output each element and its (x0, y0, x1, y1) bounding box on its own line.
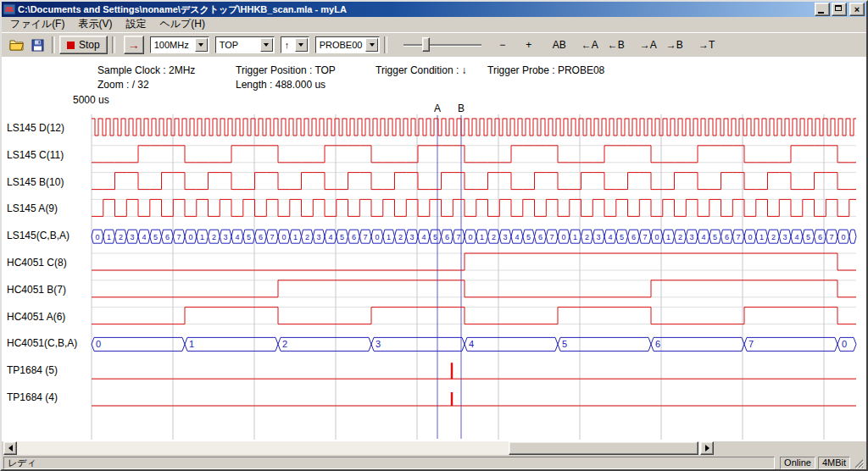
svg-text:7: 7 (364, 233, 368, 241)
goto-a-button[interactable]: ←A (579, 36, 601, 54)
run-button[interactable]: → (124, 36, 144, 54)
scroll-left-button[interactable] (3, 441, 17, 455)
maximize-icon (835, 5, 842, 11)
stop-button[interactable]: Stop (59, 36, 108, 54)
svg-text:4: 4 (701, 233, 705, 241)
ab-cursor-button[interactable]: AB (548, 36, 570, 54)
status-online-badge: Online (780, 457, 815, 469)
goto-b-button[interactable]: ←B (605, 36, 627, 54)
trigger-probe-info: Trigger Probe : PROBE08 (487, 64, 604, 76)
svg-text:2: 2 (771, 233, 776, 241)
svg-text:7: 7 (748, 339, 754, 349)
svg-text:0: 0 (842, 339, 847, 349)
trigger-edge-select[interactable]: ↑ (281, 36, 309, 53)
svg-text:3: 3 (224, 233, 228, 241)
svg-text:0: 0 (748, 233, 752, 241)
svg-text:1: 1 (387, 233, 391, 241)
svg-text:6: 6 (725, 233, 729, 241)
toolbar-separator (384, 36, 387, 53)
menu-file[interactable]: ファイル(F) (3, 16, 71, 33)
svg-text:1: 1 (480, 233, 484, 241)
length-info: Length : 488.000 us (236, 79, 326, 91)
svg-text:2: 2 (305, 233, 309, 241)
menu-view[interactable]: 表示(V) (71, 16, 119, 33)
svg-text:3: 3 (410, 233, 415, 241)
open-button[interactable] (7, 36, 27, 54)
window-title: C:\Documents and Settings\noname\デスクトップ\… (18, 3, 813, 16)
sample-clock-select[interactable]: 100MHz (150, 36, 209, 53)
trigger-edge-dropdown-button[interactable] (295, 38, 308, 52)
svg-text:7: 7 (550, 233, 554, 241)
zoom-slider[interactable] (402, 36, 483, 54)
svg-text:4: 4 (515, 233, 519, 241)
chevron-down-icon (198, 43, 203, 47)
svg-text:5: 5 (620, 233, 624, 241)
trigger-probe-dropdown-button[interactable] (365, 38, 378, 52)
scrollbar-thumb[interactable] (509, 441, 698, 455)
set-a-button[interactable]: →A (637, 36, 659, 54)
resize-grip[interactable] (853, 457, 864, 468)
trigger-position-dropdown-button[interactable] (260, 38, 273, 52)
trigger-condition-info: Trigger Condition : ↓ (376, 64, 467, 76)
trigger-position-select[interactable]: TOP (215, 36, 275, 53)
svg-text:5: 5 (562, 339, 567, 349)
sample-clock-dropdown-button[interactable] (195, 38, 208, 52)
minimize-button[interactable] (815, 3, 830, 16)
svg-text:4: 4 (469, 339, 474, 349)
svg-text:4: 4 (142, 233, 146, 241)
stop-label: Stop (79, 39, 100, 51)
svg-text:1: 1 (200, 233, 204, 241)
svg-text:3: 3 (131, 233, 135, 241)
channel-label-6: HC4051 B(7) (7, 284, 66, 296)
svg-text:2: 2 (492, 233, 496, 241)
save-icon (31, 39, 44, 52)
svg-text:1: 1 (189, 339, 194, 349)
zoom-slider-track (403, 44, 481, 46)
svg-text:4: 4 (328, 233, 332, 241)
svg-text:2: 2 (585, 233, 589, 241)
svg-text:7: 7 (457, 233, 461, 241)
status-ready-text: レディ (3, 457, 775, 469)
save-button[interactable] (27, 36, 47, 54)
trigger-edge-value: ↑ (281, 40, 295, 50)
svg-text:0: 0 (654, 233, 659, 241)
svg-text:7: 7 (830, 233, 834, 241)
maximize-button[interactable] (832, 3, 847, 16)
svg-text:7: 7 (643, 233, 648, 241)
svg-text:6: 6 (538, 233, 542, 241)
sample-clock-info: Sample Clock : 2MHz (97, 64, 195, 76)
svg-text:4: 4 (794, 233, 798, 241)
waveform-display[interactable]: 0123456701234567012345670123456701234567… (2, 107, 866, 441)
channel-label-3: LS145 A(9) (7, 202, 58, 214)
zoom-out-button[interactable]: − (492, 36, 514, 54)
svg-text:0: 0 (561, 233, 565, 241)
menu-settings[interactable]: 設定 (119, 16, 153, 33)
svg-text:5: 5 (153, 233, 158, 241)
channel-label-2: LS145 B(10) (7, 176, 64, 188)
menu-help[interactable]: ヘルプ(H) (153, 16, 212, 33)
scroll-right-button[interactable] (700, 441, 714, 455)
svg-text:6: 6 (632, 233, 636, 241)
svg-text:7: 7 (270, 233, 275, 241)
svg-text:6: 6 (165, 233, 170, 241)
svg-text:6: 6 (259, 233, 263, 241)
svg-text:1: 1 (760, 233, 764, 241)
trigger-position-value: TOP (216, 40, 260, 50)
channel-label-5: HC4051 C(8) (7, 257, 67, 269)
zoom-slider-thumb[interactable] (422, 37, 430, 52)
svg-text:6: 6 (352, 233, 356, 241)
channel-label-0: LS145 D(12) (7, 122, 64, 134)
marker-b-label: B (456, 103, 466, 114)
svg-text:6: 6 (655, 339, 660, 349)
close-button[interactable]: × (849, 3, 865, 16)
trigger-probe-value: PROBE00 (316, 40, 366, 50)
horizontal-scrollbar[interactable] (3, 441, 714, 455)
svg-text:3: 3 (690, 233, 694, 241)
trigger-position-info: Trigger Position : TOP (236, 64, 336, 76)
goto-trigger-button[interactable]: →T (696, 36, 718, 54)
trigger-probe-select[interactable]: PROBE00 (315, 36, 380, 53)
svg-text:1: 1 (107, 233, 111, 241)
set-b-button[interactable]: →B (664, 36, 686, 54)
zoom-in-button[interactable]: + (518, 36, 540, 54)
svg-text:0: 0 (95, 233, 99, 241)
